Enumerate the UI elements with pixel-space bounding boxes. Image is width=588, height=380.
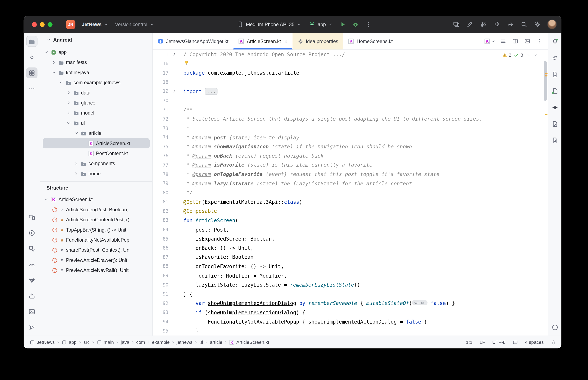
breadcrumb-item[interactable]: example (152, 340, 170, 345)
code-line[interactable]: 76 * @param onBack (event) request navig… (153, 151, 548, 160)
code-line[interactable]: 83fun ArticleScreen( (153, 216, 548, 225)
code-line[interactable]: 84 post: Post, (153, 225, 548, 234)
gem-button[interactable] (26, 275, 38, 285)
structure-item[interactable]: fFunctionalityNotAvailablePop (43, 235, 150, 245)
code-line[interactable]: 73 * (153, 124, 548, 133)
code-line[interactable]: 17package com.example.jetnews.ui.article (153, 68, 548, 77)
structure-root-item[interactable]: KArticleScreen.kt (43, 194, 150, 204)
code-line[interactable]: 95 } (153, 326, 548, 336)
code-line[interactable]: 70 (153, 96, 548, 105)
split-editor-button[interactable] (509, 36, 521, 47)
gradle-button[interactable] (549, 53, 561, 63)
code-line[interactable]: 86 onBack: () -> Unit, (153, 243, 548, 252)
next-problem-icon[interactable] (533, 53, 538, 57)
project-tree-item[interactable]: data (43, 88, 150, 98)
file-search-button[interactable] (549, 135, 561, 146)
breadcrumb-item[interactable]: JetNews (30, 340, 55, 345)
intention-bulb[interactable] (183, 60, 189, 67)
project-tree-item[interactable]: KArticleScreen.kt (43, 138, 150, 148)
code-line[interactable]: 89 modifier: Modifier = Modifier, (153, 271, 548, 280)
code-line[interactable]: 80 */ (153, 188, 548, 197)
more-horizontal-button[interactable] (26, 83, 38, 94)
project-tree-item[interactable]: components (43, 158, 150, 169)
code-line[interactable]: 90 lazyListState: LazyListState = rememb… (153, 280, 548, 289)
sparkle-button[interactable] (549, 102, 561, 113)
breadcrumb-item[interactable]: jetnews (177, 340, 193, 345)
code-line[interactable]: 92 var showUnimplementedActionDialog by … (153, 299, 548, 308)
breadcrumb-item[interactable]: article (210, 340, 223, 345)
project-tree-item[interactable]: article (43, 128, 150, 138)
file-encoding[interactable]: UTF-8 (492, 340, 505, 345)
project-tree-item[interactable]: home (43, 169, 150, 178)
breadcrumb-item[interactable]: src (83, 340, 90, 345)
fold-indicator[interactable] (170, 89, 179, 94)
device-selector-button[interactable]: Medium Phone API 35 (234, 19, 304, 30)
minimize-window-button[interactable] (40, 22, 44, 27)
breadcrumb-item[interactable]: app (61, 340, 76, 345)
breadcrumb-item[interactable]: main (97, 340, 114, 345)
cursor-position[interactable]: 1:1 (466, 340, 472, 345)
project-tree-item[interactable]: app (43, 47, 150, 57)
structure-item[interactable]: fsharePost(Post, Context): Un (43, 245, 150, 255)
breadcrumb-item[interactable]: com (136, 340, 145, 345)
problems-button[interactable] (549, 322, 561, 333)
file-arrow-button[interactable] (549, 69, 561, 80)
project-tree-item[interactable]: manifests (43, 57, 150, 67)
editor-scrollbar[interactable] (544, 61, 547, 101)
run-config-button[interactable]: app (305, 19, 336, 30)
indent-setting[interactable]: 4 spaces (525, 340, 544, 345)
code-line[interactable]: 78 * @param onToggleFavorite (event) req… (153, 170, 548, 179)
debug-button[interactable] (349, 19, 361, 30)
code-line[interactable]: 77 * @param isFavorite (state) is this i… (153, 160, 548, 170)
code-line[interactable]: 16 (153, 59, 548, 68)
project-tree-item[interactable]: ui (43, 118, 150, 128)
structure-item[interactable]: fPreviewArticleNavRail(): Unit (43, 265, 150, 275)
breadcrumb-item[interactable]: ui (200, 340, 203, 345)
project-tree-item[interactable]: model (43, 108, 150, 118)
close-tab-icon[interactable]: × (284, 38, 288, 44)
screenshot-button[interactable] (522, 36, 533, 47)
editor-tab[interactable]: idea.properties (293, 33, 343, 50)
code-line[interactable]: 1/ Copyright 2020 The Android Open Sourc… (153, 50, 548, 59)
code-line[interactable]: 88 onToggleFavorite: () -> Unit, (153, 262, 548, 271)
project-tree-item[interactable]: kotlin+java (43, 68, 150, 77)
structure-item[interactable]: fArticleScreen(Post, Boolean, (43, 204, 150, 214)
more-run-actions-button[interactable] (362, 19, 374, 30)
code-line[interactable]: 87 isFavorite: Boolean, (153, 252, 548, 262)
plugin-button[interactable] (491, 19, 503, 30)
editor-list-button[interactable] (498, 36, 509, 47)
code-line[interactable]: 79 * @param lazyListState (state) the [L… (153, 179, 548, 188)
code-line[interactable]: 93 if (showUnimplementedActionDialog) { (153, 308, 548, 317)
devices-button[interactable] (450, 19, 462, 30)
line-separator[interactable]: LF (480, 340, 485, 345)
code-line[interactable]: 18 (153, 77, 548, 87)
gear-button[interactable] (531, 19, 543, 30)
terminal-button[interactable] (26, 306, 38, 317)
file-dot-button[interactable] (549, 85, 561, 96)
code-line[interactable]: 19import ... (153, 87, 548, 96)
close-window-button[interactable] (32, 22, 37, 27)
project-tree-item[interactable]: KPostContent.kt (43, 148, 150, 158)
tab-options-button[interactable] (534, 36, 545, 47)
git-branch-button[interactable] (26, 322, 38, 333)
editor-tab[interactable]: KHomeScreens.kt (343, 33, 398, 50)
inspection-widget[interactable]: 2 3 (502, 53, 537, 58)
code-line[interactable]: 85 isExpandedScreen: Boolean, (153, 234, 548, 243)
project-tree-item[interactable]: glance (43, 98, 150, 108)
code-line[interactable]: 75 * @param showNavigationIcon (state) i… (153, 142, 548, 151)
project-tree-item[interactable]: com.example.jetnews (43, 77, 150, 88)
code-line[interactable]: 91) { (153, 289, 548, 299)
grid-button[interactable] (26, 68, 38, 78)
sliders-button[interactable] (477, 19, 489, 30)
editor-config-button[interactable] (513, 340, 518, 345)
previous-problem-icon[interactable] (526, 53, 530, 57)
avatar[interactable] (547, 19, 557, 29)
code-line[interactable]: 74 * @param post (state) item to display (153, 133, 548, 142)
file-pencil-button[interactable] (549, 118, 561, 129)
gauge-button[interactable] (26, 259, 38, 270)
code-editor[interactable]: 1/ Copyright 2020 The Android Open Sourc… (153, 50, 548, 336)
breadcrumb-item[interactable]: java (121, 340, 129, 345)
run-button[interactable] (26, 228, 38, 238)
structure-item[interactable]: fArticleScreenContent(Post, () (43, 215, 150, 225)
search-button[interactable] (518, 19, 530, 30)
